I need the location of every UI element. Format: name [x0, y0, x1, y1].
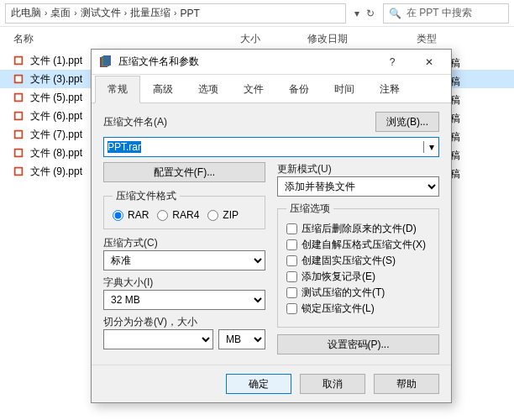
ppt-icon: [12, 54, 25, 67]
format-rar[interactable]: RAR: [113, 208, 149, 222]
column-date[interactable]: 修改日期: [307, 32, 417, 46]
svg-rect-7: [16, 113, 22, 119]
tab-备份[interactable]: 备份: [276, 76, 322, 103]
format-rar4[interactable]: RAR4: [157, 208, 199, 222]
format-zip[interactable]: ZIP: [207, 208, 239, 222]
filename-input[interactable]: PPT.rar: [104, 141, 423, 153]
options-legend: 压缩选项: [286, 202, 333, 216]
option-checkbox[interactable]: 创建固实压缩文件(S): [286, 253, 430, 269]
dialog-title: 压缩文件名和参数: [118, 55, 199, 69]
svg-rect-5: [16, 95, 22, 101]
ppt-icon: [12, 146, 25, 160]
update-select[interactable]: 添加并替换文件: [277, 176, 439, 197]
profiles-button[interactable]: 配置文件(F)...: [103, 162, 265, 182]
browse-button[interactable]: 浏览(B)...: [375, 112, 439, 132]
option-checkbox[interactable]: 添加恢复记录(E): [286, 269, 430, 285]
method-select[interactable]: 标准: [103, 250, 265, 270]
method-label: 压缩方式(C): [103, 236, 265, 250]
option-checkbox[interactable]: 压缩后删除原来的文件(D): [286, 221, 430, 237]
filename-dropdown-icon[interactable]: ▾: [423, 141, 438, 153]
update-label: 更新模式(U): [277, 162, 439, 176]
tab-注释[interactable]: 注释: [367, 76, 412, 103]
tab-常规[interactable]: 常规: [95, 76, 140, 103]
ppt-icon: [12, 91, 25, 104]
svg-rect-13: [16, 169, 22, 175]
format-legend: 压缩文件格式: [113, 189, 180, 203]
search-icon: 🔍: [389, 8, 401, 19]
dropdown-icon[interactable]: ▾: [354, 8, 359, 19]
split-unit-select[interactable]: MB: [218, 329, 265, 349]
crumb[interactable]: 批量压缩: [130, 6, 170, 20]
crumb[interactable]: PPT: [180, 8, 199, 19]
tab-时间[interactable]: 时间: [322, 76, 367, 103]
crumb[interactable]: 桌面: [50, 6, 71, 20]
svg-rect-11: [16, 150, 22, 156]
tabs: 常规高级选项文件备份时间注释: [92, 75, 451, 103]
ok-button[interactable]: 确定: [226, 374, 291, 394]
crumb[interactable]: 测试文件: [81, 6, 121, 20]
cancel-button[interactable]: 取消: [300, 374, 365, 394]
svg-rect-16: [103, 55, 111, 66]
ppt-icon: [12, 165, 25, 178]
help-button[interactable]: 帮助: [374, 374, 439, 394]
option-checkbox[interactable]: 测试压缩的文件(T): [286, 285, 430, 301]
tab-高级[interactable]: 高级: [140, 76, 186, 103]
svg-rect-1: [16, 58, 22, 64]
dict-label: 字典大小(I): [103, 276, 265, 290]
option-checkbox[interactable]: 锁定压缩文件(L): [286, 301, 430, 317]
crumb[interactable]: 此电脑: [11, 6, 41, 20]
archive-dialog: 压缩文件名和参数 ? ✕ 常规高级选项文件备份时间注释 压缩文件名(A) 浏览(…: [91, 49, 452, 403]
refresh-icon[interactable]: ↻: [366, 8, 375, 19]
tab-选项[interactable]: 选项: [186, 76, 231, 103]
ppt-icon: [12, 128, 25, 141]
column-type[interactable]: 类型: [417, 32, 484, 46]
split-label: 切分为分卷(V)，大小: [103, 315, 265, 329]
password-button[interactable]: 设置密码(P)...: [277, 334, 439, 354]
filename-label: 压缩文件名(A): [103, 115, 167, 129]
tab-文件[interactable]: 文件: [231, 76, 276, 103]
search-placeholder: 在 PPT 中搜索: [406, 6, 472, 20]
help-icon[interactable]: ?: [377, 50, 407, 74]
dict-select[interactable]: 32 MB: [103, 290, 265, 310]
ppt-icon: [12, 72, 25, 86]
column-name[interactable]: 名称: [13, 32, 240, 46]
close-icon[interactable]: ✕: [414, 50, 444, 74]
option-checkbox[interactable]: 创建自解压格式压缩文件(X): [286, 237, 430, 253]
svg-rect-9: [16, 132, 22, 138]
app-icon: [98, 55, 112, 69]
ppt-icon: [12, 109, 25, 123]
column-size[interactable]: 大小: [240, 32, 307, 46]
search-input[interactable]: 🔍 在 PPT 中搜索: [383, 3, 509, 24]
svg-rect-3: [16, 76, 22, 82]
breadcrumb[interactable]: 此电脑› 桌面› 测试文件› 批量压缩› PPT: [5, 3, 346, 24]
split-size-select[interactable]: [103, 329, 213, 349]
